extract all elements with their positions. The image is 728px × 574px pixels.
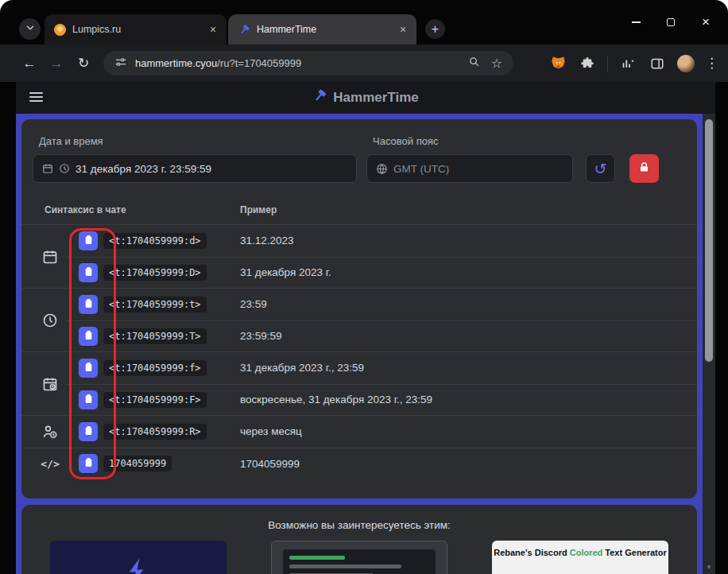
forward-button[interactable]: →: [43, 50, 70, 77]
table-row: <t:1704059999:d> 31.12.2023: [66, 225, 697, 257]
maximize-icon: [667, 18, 675, 26]
calendar-icon: [42, 163, 53, 174]
datetime-field: Дата и время 31 декабря 2023 г. 23:59:59: [33, 135, 357, 183]
table-row: <t:1704059999:D> 31 декабря 2023 г.: [66, 257, 697, 289]
tab-hammertime[interactable]: HammerTime ×: [228, 14, 416, 45]
tab-title: Lumpics.ru: [72, 24, 199, 35]
copy-button[interactable]: [79, 231, 98, 250]
tab-close-icon[interactable]: ×: [206, 22, 220, 37]
timezone-label: Часовой пояс: [373, 135, 573, 147]
table-row: <t:1704059999:f> 31 декабря 2023 г., 23:…: [66, 352, 697, 384]
profile-avatar[interactable]: [677, 55, 695, 72]
calendar-icon: [34, 225, 66, 288]
clipboard-icon: [83, 457, 94, 470]
syntax-group-unix: </> 1704059999 1704059999: [21, 448, 697, 480]
copy-button[interactable]: [79, 454, 98, 473]
lock-icon: [638, 161, 650, 176]
copy-button[interactable]: [79, 327, 98, 346]
browser-menu-button[interactable]: ⋮: [705, 55, 718, 72]
table-row: <t:1704059999:t> 23:59: [66, 289, 697, 320]
copy-button[interactable]: [79, 295, 98, 314]
datetime-input[interactable]: 31 декабря 2023 г. 23:59:59: [33, 154, 357, 183]
example-text: 23:59:59: [240, 330, 282, 342]
bolt-logo-icon: [123, 556, 153, 574]
chevron-down-icon: [25, 22, 36, 37]
lock-button[interactable]: [629, 154, 659, 183]
tab-strip: Lumpics.ru × HammerTime × + ×: [0, 0, 728, 45]
example-text: 31 декабря 2023 г.: [240, 266, 331, 278]
copy-button[interactable]: [79, 422, 98, 441]
syntax-group-date: <t:1704059999:d> 31.12.2023 <t:170405999…: [21, 225, 697, 288]
site-info-icon[interactable]: [114, 56, 127, 72]
close-button[interactable]: ×: [688, 0, 723, 45]
promo-card-colored-text[interactable]: Rebane's Discord Colored Text Generator: [492, 541, 668, 574]
toolbar-divider: [607, 56, 608, 72]
url-path: /ru?t=1704059999: [217, 57, 301, 69]
syntax-chip: <t:1704059999:T>: [103, 328, 207, 344]
tab-title: HammerTime: [257, 24, 389, 35]
clipboard-icon: [83, 235, 94, 247]
clipboard-icon: [83, 266, 94, 279]
media-controls-icon[interactable]: [618, 54, 637, 73]
scrollbar-down-arrow[interactable]: ▾: [703, 561, 715, 572]
history-icon: ↺: [594, 161, 607, 176]
globe-icon: [376, 163, 388, 175]
suggestions-title: Возможно вы заинтересуетесь этим:: [21, 519, 697, 531]
tab-search-button[interactable]: [19, 18, 41, 40]
address-bar[interactable]: hammertime.cyou/ru?t=1704059999 ☆: [103, 51, 513, 76]
table-row: <t:1704059999:R> через месяц: [66, 416, 697, 448]
syntax-chip: <t:1704059999:f>: [103, 360, 207, 376]
syntax-chip: <t:1704059999:F>: [103, 392, 207, 408]
datetime-value: 31 декабря 2023 г. 23:59:59: [76, 163, 211, 175]
clipboard-icon: [83, 425, 94, 438]
copy-button[interactable]: [79, 263, 98, 282]
url-domain: hammertime.cyou: [135, 57, 217, 69]
syntax-chip: <t:1704059999:R>: [103, 424, 207, 440]
reload-button[interactable]: ↻: [70, 50, 97, 77]
timestamp-card: Дата и время 31 декабря 2023 г. 23:59:59: [21, 119, 697, 498]
back-button[interactable]: ←: [16, 50, 43, 77]
clipboard-icon: [83, 362, 94, 374]
promo-row: Rebane's Discord Colored Text Generator: [21, 541, 697, 574]
browser-window: Lumpics.ru × HammerTime × + × ← → ↻ hamm…: [0, 0, 728, 574]
example-header: Пример: [240, 204, 277, 215]
timezone-input[interactable]: GMT (UTC): [366, 154, 573, 183]
promo-card-discord-timestamps[interactable]: [50, 541, 227, 574]
timezone-field: Часовой пояс GMT (UTC): [366, 135, 573, 183]
syntax-header: Синтаксис в чате: [45, 204, 240, 215]
browser-toolbar: ← → ↻ hammertime.cyou/ru?t=1704059999 ☆: [0, 45, 728, 82]
maximize-button[interactable]: [653, 0, 688, 45]
syntax-group-relative: <t:1704059999:R> через месяц: [21, 415, 697, 448]
scrollbar-thumb[interactable]: [705, 119, 713, 362]
side-panel-icon[interactable]: [648, 54, 667, 73]
syntax-group-time: <t:1704059999:t> 23:59 <t:1704059999:T> …: [21, 288, 697, 351]
example-text: 23:59: [240, 298, 267, 310]
site-header: HammerTime: [16, 82, 715, 114]
copy-button[interactable]: [79, 390, 98, 409]
copy-button[interactable]: [79, 359, 98, 378]
new-tab-button[interactable]: +: [425, 19, 445, 39]
calendar-clock-icon: [34, 352, 66, 415]
suggestions-section: Возможно вы заинтересуетесь этим: Rebane…: [21, 505, 697, 574]
minimize-button[interactable]: [618, 0, 653, 45]
bookmark-star-icon[interactable]: ☆: [491, 57, 502, 70]
zoom-icon[interactable]: [468, 56, 480, 71]
tab-lumpics[interactable]: Lumpics.ru ×: [45, 14, 227, 45]
syntax-chip: <t:1704059999:D>: [103, 265, 207, 281]
table-row: 1704059999 1704059999: [66, 448, 697, 480]
example-text: 31 декабря 2023 г., 23:59: [240, 362, 364, 374]
promo-card-screenshot[interactable]: [271, 541, 447, 574]
extensions-icon[interactable]: [578, 54, 597, 73]
metamask-icon[interactable]: [548, 54, 567, 73]
lumpics-favicon-icon: [54, 24, 66, 36]
tab-close-icon[interactable]: ×: [396, 22, 410, 37]
screenshot-thumbnail: [283, 549, 436, 574]
toolbar-right: ⋮: [548, 54, 728, 73]
datetime-label: Дата и время: [39, 135, 357, 147]
menu-button[interactable]: [29, 92, 43, 102]
scrollbar[interactable]: ▾: [703, 114, 715, 574]
syntax-group-datetime: <t:1704059999:f> 31 декабря 2023 г., 23:…: [21, 351, 697, 415]
clock-icon: [59, 163, 70, 174]
promo-title-colored: Colored: [570, 548, 603, 557]
history-button[interactable]: ↺: [586, 154, 615, 183]
